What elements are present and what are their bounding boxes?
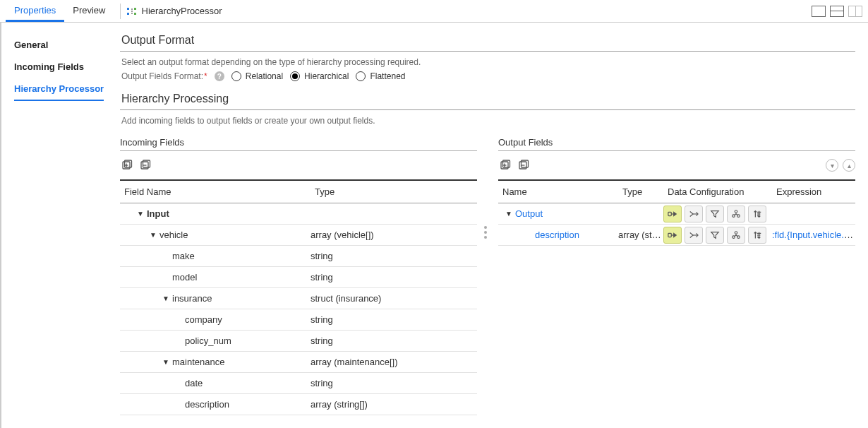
chevron-up-icon[interactable]: ▴ xyxy=(843,159,855,172)
output-table: Name Type Data Configuration Expression … xyxy=(498,179,855,246)
join-button[interactable] xyxy=(685,206,703,222)
collapse-all-button[interactable] xyxy=(138,158,152,172)
table-row[interactable]: policy_numstring xyxy=(120,331,477,352)
output-th-name: Name xyxy=(498,181,618,203)
radio-relational-label: Relational xyxy=(246,71,283,81)
output-field-name[interactable]: description xyxy=(535,230,579,240)
sidebar-item-general-label: General xyxy=(14,40,48,50)
top-bar: Properties Preview HierarchyProcessor xyxy=(0,0,868,23)
radio-flattened[interactable]: Flattened xyxy=(356,71,405,81)
processor-header: HierarchyProcessor xyxy=(126,6,222,17)
incoming-thead: Field Name Type xyxy=(120,181,477,203)
field-name: Input xyxy=(147,208,169,219)
table-row[interactable]: makestring xyxy=(120,246,477,267)
output-field-name[interactable]: Output xyxy=(515,208,543,219)
caret-down-icon[interactable]: ▼ xyxy=(161,295,171,302)
table-row[interactable]: datestring xyxy=(120,373,477,394)
incoming-heading: Incoming Fields xyxy=(120,134,477,151)
sidebar-item-hp[interactable]: Hierarchy Processor xyxy=(14,78,104,101)
field-name: company xyxy=(185,314,222,325)
panels: Incoming Fields Field Name Type ▼Input▼v… xyxy=(120,134,855,415)
data-config-cell xyxy=(663,227,772,244)
group-by-button[interactable] xyxy=(727,206,745,222)
table-row[interactable]: ▼Input xyxy=(120,203,477,225)
data-config-cell xyxy=(663,206,772,222)
caret-down-icon[interactable]: ▼ xyxy=(504,210,514,218)
out-expand-all-button[interactable] xyxy=(498,158,512,172)
table-row[interactable]: companystring xyxy=(120,309,477,331)
sidebar-item-general[interactable]: General xyxy=(14,34,107,56)
field-type: string xyxy=(311,335,477,346)
table-row[interactable]: descriptionarray (str…:fld.{Input.vehicl… xyxy=(498,225,855,246)
field-name: vehicle xyxy=(159,230,188,240)
divider xyxy=(120,4,121,19)
layout-buttons xyxy=(812,6,862,17)
main: General Incoming Fields Hierarchy Proces… xyxy=(0,23,868,428)
table-row[interactable]: descriptionarray (string[]) xyxy=(120,394,477,415)
output-format-sub: Select an output format depending on the… xyxy=(120,52,855,71)
radio-relational[interactable]: Relational xyxy=(231,71,283,81)
expand-all-button[interactable] xyxy=(120,158,134,172)
field-type: array (maintenance[]) xyxy=(311,357,477,367)
incoming-tools xyxy=(120,151,477,179)
output-th-type: Type xyxy=(618,181,663,203)
svg-rect-21 xyxy=(668,212,671,215)
help-icon[interactable]: ? xyxy=(215,71,224,81)
field-name: insurance xyxy=(172,293,212,304)
radio-flattened-label: Flattened xyxy=(370,71,405,81)
caret-down-icon[interactable]: ▼ xyxy=(161,358,171,366)
field-type: array (string[]) xyxy=(311,399,477,410)
table-row[interactable]: ▼maintenancearray (maintenance[]) xyxy=(120,352,477,373)
group-by-button[interactable] xyxy=(727,227,745,244)
field-name: maintenance xyxy=(172,357,224,367)
field-name: description xyxy=(185,399,229,410)
filter-button[interactable] xyxy=(706,206,724,222)
content: Output Format Select an output format de… xyxy=(113,23,868,428)
out-collapse-all-button[interactable] xyxy=(517,158,531,172)
svg-rect-1 xyxy=(127,13,129,15)
tab-preview[interactable]: Preview xyxy=(64,0,114,22)
tab-properties[interactable]: Properties xyxy=(6,0,64,22)
data-source-button[interactable] xyxy=(663,227,682,244)
incoming-th-field: Field Name xyxy=(120,181,311,203)
radio-hierarchical-label: Hierarchical xyxy=(304,71,349,81)
svg-point-29 xyxy=(735,231,737,234)
hierarchy-processor-icon xyxy=(126,6,138,17)
svg-point-22 xyxy=(735,210,737,213)
radio-hierarchical[interactable]: Hierarchical xyxy=(290,71,349,81)
processor-label: HierarchyProcessor xyxy=(142,6,222,16)
table-row[interactable]: modelstring xyxy=(120,267,477,288)
field-name: make xyxy=(172,251,195,261)
layout-split-h-button[interactable] xyxy=(830,6,844,17)
table-row[interactable]: ▼Output xyxy=(498,203,855,225)
output-thead: Name Type Data Configuration Expression xyxy=(498,181,855,203)
svg-rect-3 xyxy=(134,13,136,15)
join-button[interactable] xyxy=(685,227,703,244)
output-format-row: Output Fields Format:* ? Relational Hier… xyxy=(120,71,855,88)
hp-sub: Add incoming fields to output fields or … xyxy=(120,110,855,130)
drag-handle-icon[interactable] xyxy=(484,226,487,239)
field-type: string xyxy=(311,378,477,388)
order-by-button[interactable] xyxy=(748,227,766,244)
output-heading: Output Fields xyxy=(498,134,855,151)
incoming-th-type: Type xyxy=(311,181,477,203)
sidebar-item-hp-label: Hierarchy Processor xyxy=(14,83,104,94)
data-source-button[interactable] xyxy=(663,206,682,222)
caret-down-icon[interactable]: ▼ xyxy=(135,210,145,218)
chevron-down-icon[interactable]: ▾ xyxy=(826,159,838,172)
field-type: struct (insurance) xyxy=(311,293,477,304)
sidebar-item-incoming[interactable]: Incoming Fields xyxy=(14,56,107,78)
table-row[interactable]: ▼insurancestruct (insurance) xyxy=(120,288,477,309)
svg-point-5 xyxy=(131,8,133,10)
layout-split-v-button[interactable] xyxy=(848,6,862,17)
expression-cell[interactable]: :fld.{Input.vehicle.vel xyxy=(772,230,855,240)
filter-button[interactable] xyxy=(706,227,724,244)
layout-full-button[interactable] xyxy=(812,6,826,17)
caret-down-icon[interactable]: ▼ xyxy=(148,231,158,239)
table-row[interactable]: ▼vehiclearray (vehicle[]) xyxy=(120,225,477,246)
output-panel: Output Fields ▾ ▴ Name Type xyxy=(498,134,855,415)
output-tools: ▾ ▴ xyxy=(498,151,855,179)
svg-rect-2 xyxy=(134,8,136,10)
order-by-button[interactable] xyxy=(748,206,766,222)
field-type: string xyxy=(311,272,477,283)
